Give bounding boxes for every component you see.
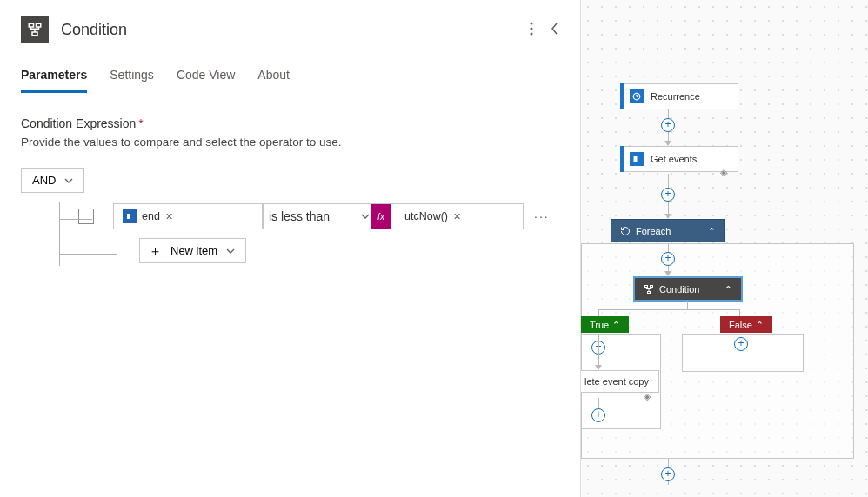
svg-rect-13 (648, 291, 651, 293)
connector-line (739, 309, 740, 316)
svg-point-5 (531, 32, 533, 35)
chevron-down-icon (361, 214, 370, 219)
add-step-button[interactable]: + (661, 188, 675, 202)
new-item-button[interactable]: ＋ New item (139, 238, 246, 263)
collapse-icon: ⌄ (612, 319, 620, 330)
tree-lines: end ✕ is less than fx utcNow() ✕ ··· (42, 203, 559, 263)
collapse-icon[interactable]: ⌄ (708, 225, 716, 236)
section-label: Condition Expression* (21, 116, 559, 130)
svg-rect-1 (37, 23, 41, 27)
chevron-down-icon (226, 248, 235, 254)
remove-left-token-icon[interactable]: ✕ (165, 211, 173, 222)
condition-icon (21, 16, 49, 43)
node-get-events-label: Get events (651, 154, 697, 164)
group-operator-label: AND (32, 174, 56, 187)
node-delete-event[interactable]: lete event copy (581, 370, 659, 393)
node-recurrence-label: Recurrence (651, 91, 700, 102)
new-item-label: New item (170, 244, 217, 257)
right-operand-input[interactable]: fx utcNow() ✕ (376, 203, 524, 229)
panel-title: Condition (61, 21, 127, 39)
branch-false-text: False (729, 320, 752, 330)
condition-row: end ✕ is less than fx utcNow() ✕ ··· (78, 203, 559, 229)
row-more-options-icon[interactable]: ··· (534, 209, 550, 223)
add-step-button[interactable]: + (661, 118, 675, 132)
section-description: Provide the values to compare and select… (21, 136, 559, 149)
chevron-down-icon (64, 178, 73, 183)
expression-token-utcnow[interactable]: utcNow() ✕ (401, 209, 464, 224)
outlook-icon (123, 209, 137, 223)
node-recurrence[interactable]: Recurrence (620, 83, 738, 109)
panel-header: Condition (21, 16, 559, 43)
left-token-text: end (142, 210, 160, 222)
plus-icon: ＋ (149, 246, 162, 256)
add-step-button[interactable]: + (734, 337, 748, 351)
node-condition[interactable]: Condition ⌄ (633, 276, 743, 302)
svg-point-4 (531, 27, 533, 30)
branch-false-label[interactable]: False ⌄ (720, 316, 772, 333)
add-step-button[interactable]: + (661, 467, 675, 481)
condition-editor-panel: Condition Parameters Settings Code View … (0, 0, 581, 497)
group-operator-dropdown[interactable]: AND (21, 168, 84, 193)
node-foreach[interactable]: Foreach ⌄ (611, 219, 725, 242)
collapse-icon: ⌄ (756, 319, 764, 330)
svg-rect-2 (32, 32, 37, 36)
tab-code-view[interactable]: Code View (177, 68, 235, 93)
connector-line (687, 301, 688, 309)
node-delete-event-label: lete event copy (584, 376, 649, 387)
row-select-checkbox[interactable] (78, 209, 94, 224)
operator-text: is less than (269, 209, 330, 223)
dynamic-token-end[interactable]: end ✕ (119, 208, 177, 225)
peek-icon[interactable]: ◈ (644, 391, 651, 402)
connector-line (598, 309, 599, 316)
foreach-icon (620, 226, 631, 236)
tabs-bar: Parameters Settings Code View About (21, 68, 559, 94)
branch-true-text: True (590, 320, 609, 330)
peek-icon[interactable]: ◈ (720, 167, 727, 178)
more-options-icon[interactable] (530, 22, 533, 38)
svg-rect-7 (127, 214, 130, 219)
node-condition-label: Condition (659, 284, 699, 295)
operator-dropdown[interactable]: is less than (263, 203, 376, 229)
svg-rect-11 (645, 285, 648, 287)
section-label-text: Condition Expression (21, 116, 136, 130)
condition-icon (644, 284, 654, 295)
required-indicator: * (138, 116, 143, 130)
connector-line (598, 309, 739, 310)
tab-parameters[interactable]: Parameters (21, 68, 87, 93)
node-foreach-label: Foreach (636, 226, 671, 236)
svg-rect-0 (29, 23, 33, 27)
tab-settings[interactable]: Settings (110, 68, 154, 93)
svg-point-3 (531, 22, 533, 24)
tab-about[interactable]: About (257, 68, 290, 93)
svg-rect-10 (634, 156, 638, 162)
collapse-panel-icon[interactable] (551, 22, 559, 38)
right-token-text: utcNow() (404, 210, 448, 222)
fx-icon: fx (371, 204, 391, 229)
collapse-icon[interactable]: ⌄ (724, 283, 732, 295)
left-operand-input[interactable]: end ✕ (113, 203, 263, 229)
branch-true-label[interactable]: True ⌄ (581, 316, 629, 333)
add-step-button[interactable]: + (591, 408, 605, 422)
remove-right-token-icon[interactable]: ✕ (453, 211, 461, 222)
svg-rect-12 (651, 285, 653, 287)
outlook-icon (630, 152, 644, 166)
recurrence-icon (630, 89, 644, 103)
add-step-button[interactable]: + (661, 252, 675, 266)
connector-line (598, 334, 599, 367)
flow-canvas[interactable]: Recurrence + Get events ◈ + Foreach ⌄ + … (581, 0, 868, 497)
